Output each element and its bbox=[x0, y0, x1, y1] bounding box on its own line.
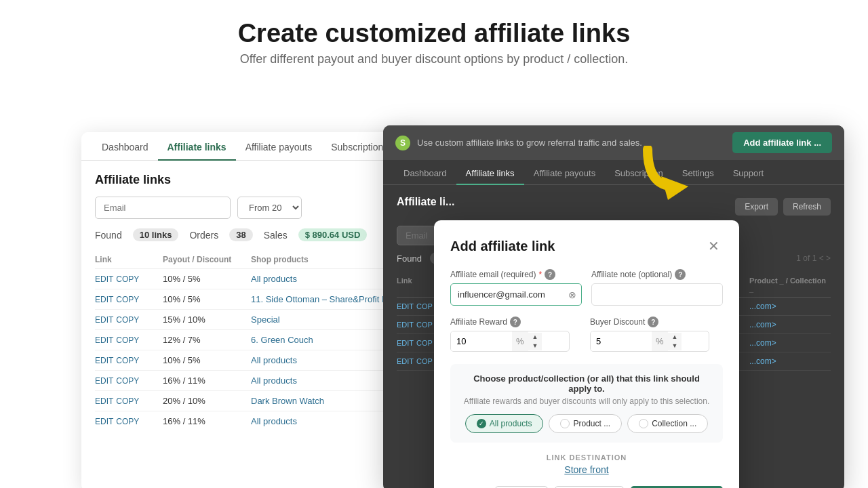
sidebar-item-dashboard[interactable]: Dashboard bbox=[92, 132, 158, 161]
orders-count: 38 bbox=[229, 228, 252, 241]
copy-button[interactable]: COPY bbox=[116, 295, 139, 304]
page-header: Create customized affiliate links Offer … bbox=[0, 0, 868, 79]
modal-title: Add affiliate link bbox=[450, 239, 555, 254]
discount-increment-button[interactable]: ▲ bbox=[668, 333, 682, 342]
copy-button[interactable]: COPY bbox=[116, 396, 139, 406]
edit-button[interactable]: EDIT bbox=[95, 396, 113, 406]
fg-nav-affiliate-links[interactable]: Affiliate links bbox=[456, 160, 524, 185]
sales-label: Sales bbox=[264, 230, 288, 241]
fg-edit-button[interactable]: EDIT bbox=[397, 321, 414, 329]
edit-button[interactable]: EDIT bbox=[95, 336, 113, 345]
product-choice-section: Choose product/collection (or all) that … bbox=[450, 364, 723, 443]
bg-panel-nav: Dashboard Affiliate links Affiliate payo… bbox=[81, 132, 420, 161]
copy-button[interactable]: COPY bbox=[116, 336, 139, 345]
link-actions: EDIT COPY bbox=[95, 417, 163, 426]
reward-increment-button[interactable]: ▲ bbox=[528, 333, 542, 342]
edit-button[interactable]: EDIT bbox=[95, 274, 113, 284]
table-row: EDIT COPY 12% / 7% 6. Green Couch bbox=[95, 330, 407, 350]
found-count: 10 links bbox=[133, 228, 179, 241]
export-button[interactable]: Export bbox=[735, 198, 778, 216]
sidebar-item-affiliate-links[interactable]: Affiliate links bbox=[158, 132, 236, 161]
fg-edit-button[interactable]: EDIT bbox=[397, 357, 414, 365]
reward-pct-label: % bbox=[512, 331, 528, 351]
discount-decrement-button[interactable]: ▼ bbox=[668, 342, 682, 350]
fg-nav-dashboard[interactable]: Dashboard bbox=[394, 160, 456, 185]
payout-discount: 12% / 7% bbox=[163, 335, 251, 345]
fg-copy-button[interactable]: COP bbox=[416, 302, 433, 310]
edit-button[interactable]: EDIT bbox=[95, 417, 113, 426]
discount-value-input[interactable] bbox=[591, 331, 652, 351]
table-row: EDIT COPY 10% / 5% 11. Side Ottoman – Sh… bbox=[95, 289, 407, 310]
email-help-icon[interactable]: ? bbox=[545, 269, 555, 280]
fg-edit-button[interactable]: EDIT bbox=[397, 339, 414, 347]
choice-title: Choose product/collection (or all) that … bbox=[461, 373, 712, 394]
reward-label: Affiliate Reward ? bbox=[450, 317, 570, 327]
link-dest-value[interactable]: Store front bbox=[450, 464, 723, 475]
stats-row: Found 10 links Orders 38 Sales $ 890.64 … bbox=[95, 228, 407, 241]
filter-row: From 20 bbox=[95, 197, 407, 219]
fg-copy-button[interactable]: COP bbox=[416, 357, 433, 365]
copy-button[interactable]: COPY bbox=[116, 274, 139, 284]
edit-button[interactable]: EDIT bbox=[95, 356, 113, 365]
table-row: EDIT COPY 16% / 11% All products bbox=[95, 411, 407, 431]
modal-email-note-row: Affiliate email (required) * ? ⊗ Affilia… bbox=[450, 269, 723, 306]
reward-input-wrap: % ▲ ▼ bbox=[450, 331, 570, 352]
fg-nav-support[interactable]: Support bbox=[724, 160, 774, 185]
all-products-button[interactable]: ✓ All products bbox=[465, 414, 544, 433]
reward-stepper: ▲ ▼ bbox=[528, 333, 542, 350]
fg-copy-button[interactable]: COP bbox=[416, 321, 433, 329]
fg-col-products: Product _ / Collection _ bbox=[749, 277, 831, 293]
bg-panel: Dashboard Affiliate links Affiliate payo… bbox=[81, 132, 420, 488]
add-affiliate-link-button[interactable]: Add affiliate link ... bbox=[732, 132, 832, 153]
reward-decrement-button[interactable]: ▼ bbox=[528, 342, 542, 350]
table-header: Link Payout / Discount Shop products bbox=[95, 252, 407, 269]
refresh-button[interactable]: Refresh bbox=[783, 198, 831, 216]
clear-email-icon[interactable]: ⊗ bbox=[568, 289, 576, 300]
note-field-label: Affiliate note (optional) ? bbox=[591, 269, 723, 280]
discount-stepper: ▲ ▼ bbox=[668, 333, 682, 350]
table-row: EDIT COPY 10% / 5% All products bbox=[95, 269, 407, 289]
edit-button[interactable]: EDIT bbox=[95, 315, 113, 325]
bg-panel-title: Affiliate links bbox=[95, 173, 407, 187]
fg-product-link[interactable]: ...com> bbox=[749, 357, 831, 366]
note-help-icon[interactable]: ? bbox=[675, 269, 686, 280]
fg-product-link[interactable]: ...com> bbox=[749, 302, 831, 311]
copy-button[interactable]: COPY bbox=[116, 356, 139, 365]
affiliate-note-input[interactable] bbox=[591, 283, 723, 306]
email-input[interactable] bbox=[95, 197, 231, 219]
edit-button[interactable]: EDIT bbox=[95, 376, 113, 386]
date-filter[interactable]: From 20 bbox=[237, 197, 302, 219]
product-button[interactable]: Product ... bbox=[549, 414, 622, 433]
payout-discount: 16% / 11% bbox=[163, 416, 251, 426]
reward-value-input[interactable] bbox=[451, 331, 512, 351]
link-actions: EDIT COPY bbox=[95, 336, 163, 345]
sidebar-item-affiliate-payouts[interactable]: Affiliate payouts bbox=[236, 132, 322, 161]
discount-pct-label: % bbox=[652, 331, 668, 351]
add-affiliate-link-modal: Add affiliate link ✕ Affiliate email (re… bbox=[434, 220, 739, 488]
fg-product-link[interactable]: ...com> bbox=[749, 338, 831, 348]
discount-group: Buyer Discount ? % ▲ ▼ bbox=[590, 317, 709, 352]
link-destination-section: LINK DESTINATION Store front bbox=[450, 453, 723, 475]
copy-button[interactable]: COPY bbox=[116, 376, 139, 386]
fg-edit-button[interactable]: EDIT bbox=[397, 302, 414, 310]
collection-button[interactable]: Collection ... bbox=[627, 414, 708, 433]
modal-close-button[interactable]: ✕ bbox=[704, 237, 723, 256]
affiliate-email-input[interactable] bbox=[450, 283, 582, 306]
sidebar-item-subscription[interactable]: Subscription bbox=[321, 132, 393, 161]
sales-value: $ 890.64 USD bbox=[298, 228, 368, 241]
link-actions: EDIT COPY bbox=[95, 315, 163, 325]
fg-copy-button[interactable]: COP bbox=[416, 339, 433, 347]
copy-button[interactable]: COPY bbox=[116, 315, 139, 325]
page-subtitle: Offer different payout and buyer discoun… bbox=[0, 52, 868, 66]
payout-discount: 10% / 5% bbox=[163, 294, 251, 304]
payout-discount: 15% / 10% bbox=[163, 314, 251, 325]
table-row: EDIT COPY 15% / 10% Special bbox=[95, 310, 407, 330]
reward-help-icon[interactable]: ? bbox=[510, 317, 521, 327]
edit-button[interactable]: EDIT bbox=[95, 295, 113, 304]
payout-discount: 10% / 5% bbox=[163, 274, 251, 284]
link-actions: EDIT COPY bbox=[95, 396, 163, 406]
fg-nav-payouts[interactable]: Affiliate payouts bbox=[524, 160, 606, 185]
copy-button[interactable]: COPY bbox=[116, 417, 139, 426]
discount-help-icon[interactable]: ? bbox=[648, 317, 658, 327]
fg-product-link[interactable]: ...com> bbox=[749, 320, 831, 329]
